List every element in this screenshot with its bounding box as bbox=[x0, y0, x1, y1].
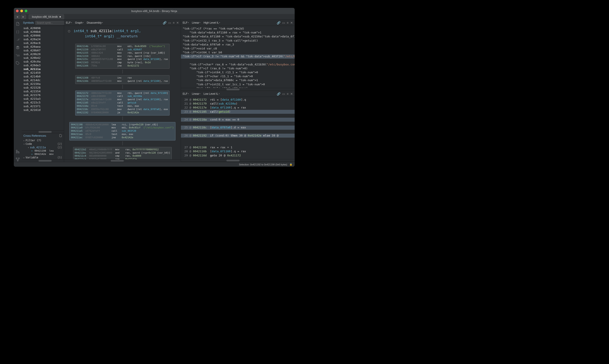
symbol-item[interactable]: sub_42161d bbox=[22, 108, 64, 112]
code-line[interactable]: "tok-if">int32_t rax_3 = "tok-call">getu… bbox=[183, 39, 258, 42]
code-line[interactable]: 26 @ 00421192 if (cond:0) then 30 @ 0x42… bbox=[181, 134, 295, 138]
symbol-item[interactable]: sub_4215c5 bbox=[22, 101, 64, 104]
symbol-item[interactable]: sub_4215a3 bbox=[22, 97, 64, 101]
binary-type-dropdown[interactable]: ELF bbox=[66, 21, 72, 24]
symbol-item[interactable]: sub_4208b8 bbox=[22, 30, 64, 34]
code-line[interactable]: "tok-if">int32_t var_1cc_1 = "tok-num">0 bbox=[183, 83, 265, 86]
link-icon[interactable]: 🔗 bbox=[277, 92, 280, 96]
basic-block[interactable]: 00421172 488b3de7ff2c00 mov rdi, qword [… bbox=[75, 91, 169, 116]
binary-type-dropdown[interactable]: ELF bbox=[183, 92, 189, 95]
maximize-button[interactable] bbox=[25, 10, 27, 12]
basic-block[interactable]: 00421198 488db42410010000 lea rsi, [rsp+… bbox=[69, 122, 175, 141]
code-line[interactable]: "tok-if">char r15_1 = "tok-num">0 bbox=[183, 75, 253, 78]
lock-icon[interactable]: 🔒 bbox=[289, 163, 292, 166]
scrollbar[interactable] bbox=[181, 159, 295, 162]
view-mode-dropdown[interactable]: Graph bbox=[75, 21, 84, 24]
code-line[interactable]: 20 @ 00421172 rdi = [data_6f1160].q bbox=[183, 98, 246, 101]
file-tab[interactable]: busybox-x86_64.bndb bbox=[29, 14, 64, 19]
options-icon[interactable]: ≡ bbox=[287, 21, 288, 25]
xref-filter[interactable]: ▸ Filter (7) bbox=[22, 139, 64, 142]
symbol-item[interactable]: sub_42111a bbox=[22, 67, 64, 71]
symbol-item[interactable]: sub_420906 bbox=[22, 34, 64, 38]
options-icon[interactable]: ≡ bbox=[173, 21, 175, 25]
symbol-item[interactable]: sub_4215f1 bbox=[22, 104, 64, 108]
basic-block[interactable]: 0042114b bf09854c00 mov edi, 0x4c8509 {"… bbox=[75, 44, 169, 69]
symbol-item[interactable]: sub_421576 bbox=[22, 93, 64, 97]
disclosure-circle-icon[interactable]: ◯ bbox=[68, 29, 70, 33]
split-icon[interactable]: ▭ bbox=[282, 92, 285, 96]
variable-icon[interactable]: 𝒳 bbox=[15, 37, 20, 42]
link-icon[interactable]: 🔗 bbox=[277, 21, 280, 25]
xref-sub-group[interactable]: ▾ sub_42111a {2} bbox=[22, 146, 64, 149]
code-line[interactable]: "tok-if">if (*rax == "tok-num">0x2d) bbox=[183, 27, 244, 30]
il-type-dropdown[interactable]: High Level IL bbox=[203, 21, 220, 24]
code-line[interactable]: "tok-data">data_6f1160 = "tok-data">sub_… bbox=[183, 35, 295, 38]
il-type-dropdown[interactable]: Disassembly bbox=[87, 21, 103, 24]
close-pane-icon[interactable]: ✕ bbox=[290, 21, 293, 25]
symbol-item[interactable]: sub_420b20 bbox=[22, 52, 64, 56]
minimize-button[interactable] bbox=[20, 10, 23, 12]
graph-icon[interactable] bbox=[15, 157, 20, 162]
symbol-list[interactable]: sub_420898sub_4208b8sub_420906sub_420a24… bbox=[22, 26, 64, 130]
symbol-item[interactable]: sub_420b07 bbox=[22, 49, 64, 52]
code-line[interactable]: 28 @ 0042116b [data_6f1160].q = rax bbox=[183, 150, 246, 153]
symbol-item[interactable]: sub_420de3 bbox=[22, 64, 64, 67]
symbol-item[interactable]: sub_421554 bbox=[22, 90, 64, 93]
code-line[interactable]: "tok-if">int64_t var_b0 bbox=[183, 51, 222, 54]
tag-icon[interactable] bbox=[15, 61, 20, 66]
code-line[interactable]: 25 @ 0042118c [data_6f07a0].d = eax bbox=[181, 126, 295, 130]
symbol-item[interactable]: sub_420a24 bbox=[22, 38, 64, 41]
symbol-item[interactable]: sub_420b42 bbox=[22, 56, 64, 60]
code-line[interactable]: "tok-if">if (rax_3 != "tok-num">0 && "to… bbox=[181, 54, 295, 58]
file-icon[interactable]: # bbox=[15, 21, 20, 26]
close-pane-icon[interactable]: ✕ bbox=[290, 92, 293, 96]
symbol-item[interactable]: sub_420898 bbox=[22, 26, 64, 30]
symbol-item[interactable]: sub_4214dc bbox=[22, 78, 64, 82]
symbol-item[interactable]: sub_420c0a bbox=[22, 60, 64, 64]
nav-back-button[interactable]: ◀ bbox=[15, 15, 20, 19]
code-line[interactable]: "tok-if">void var_c8 bbox=[183, 47, 217, 50]
code-line[interactable]: "tok-if">if (rax_6 != "tok-num">0) bbox=[183, 67, 248, 70]
xref-entry[interactable]: ⇐ 00421198 lea bbox=[22, 149, 64, 153]
code-line[interactable]: "tok-if">int64_t r13_1 = "tok-num">0 bbox=[183, 71, 258, 74]
il-type-dropdown[interactable]: Low Level IL bbox=[203, 92, 220, 95]
symbol-item[interactable]: sub_420ac6 bbox=[22, 41, 64, 45]
quote-icon[interactable]: “99 bbox=[15, 53, 20, 58]
link-icon[interactable]: 🔗 bbox=[163, 21, 167, 25]
symbol-item[interactable]: sub_420aea bbox=[22, 45, 64, 49]
symbol-item[interactable]: sub_4214b0 bbox=[22, 75, 64, 78]
scrollbar[interactable] bbox=[22, 159, 64, 162]
tree-icon[interactable] bbox=[15, 149, 20, 154]
symbol-item[interactable]: sub_42150a bbox=[22, 82, 64, 86]
split-icon[interactable]: ▭ bbox=[168, 21, 171, 25]
hlil-code[interactable]: "tok-if">if (*rax == "tok-num">0x2d) "to… bbox=[181, 26, 295, 88]
view-mode-dropdown[interactable]: Linear bbox=[192, 21, 200, 24]
search-input[interactable] bbox=[35, 21, 68, 25]
options-icon[interactable]: ≡ bbox=[287, 92, 288, 96]
code-line[interactable]: 21 @ 00421179 call(sub_42150a) bbox=[183, 102, 238, 105]
llil-code[interactable]: 20 @ 00421172 rdi = [data_6f1160].q 21 @… bbox=[181, 97, 295, 159]
symbol-item[interactable]: sub_421459 bbox=[22, 71, 64, 75]
code-line[interactable]: "tok-data">data_6f080c = "tok-num">1 bbox=[183, 78, 258, 82]
close-pane-icon[interactable]: ✕ bbox=[176, 21, 179, 25]
view-mode-dropdown[interactable]: Linear bbox=[192, 92, 200, 95]
scrollbar[interactable] bbox=[181, 88, 295, 91]
scrollbar[interactable] bbox=[64, 159, 181, 162]
xref-entry[interactable]: ⇐ 0042142e mov bbox=[22, 153, 64, 156]
graph-view[interactable]: ◯ int64_t sub_42111a(int64_t arg1, int64… bbox=[64, 26, 181, 159]
code-line[interactable]: 27 @ 00421168 rax = rax + 1 bbox=[183, 146, 232, 149]
scrollbar[interactable] bbox=[22, 130, 64, 133]
xref-variable-group[interactable]: ▸ Variable {5} bbox=[22, 156, 64, 159]
code-line[interactable]: 24 @ 0042118a cond:0 = eax == 0 bbox=[181, 118, 295, 122]
code-line[interactable]: 29 @ 0042116d goto 20 @ 0x421172 bbox=[183, 154, 241, 157]
binary-type-dropdown[interactable]: ELF bbox=[183, 21, 189, 24]
basic-block[interactable]: 004211b2 48b812f00000ffff mov rax, 0xfff… bbox=[73, 147, 172, 159]
export-icon[interactable] bbox=[59, 134, 62, 138]
layers-icon[interactable] bbox=[15, 45, 20, 50]
xref-code-group[interactable]: ▾ Code {2} bbox=[22, 142, 64, 146]
code-line[interactable]: "tok-data">data_6f07a0 = rax_3 bbox=[183, 43, 234, 46]
close-button[interactable] bbox=[16, 10, 19, 12]
nav-forward-button[interactable]: ▶ bbox=[21, 15, 26, 19]
braces-icon[interactable]: { } bbox=[15, 29, 20, 34]
code-line[interactable]: 23 @ 00421185 call(getuid) bbox=[181, 110, 295, 114]
